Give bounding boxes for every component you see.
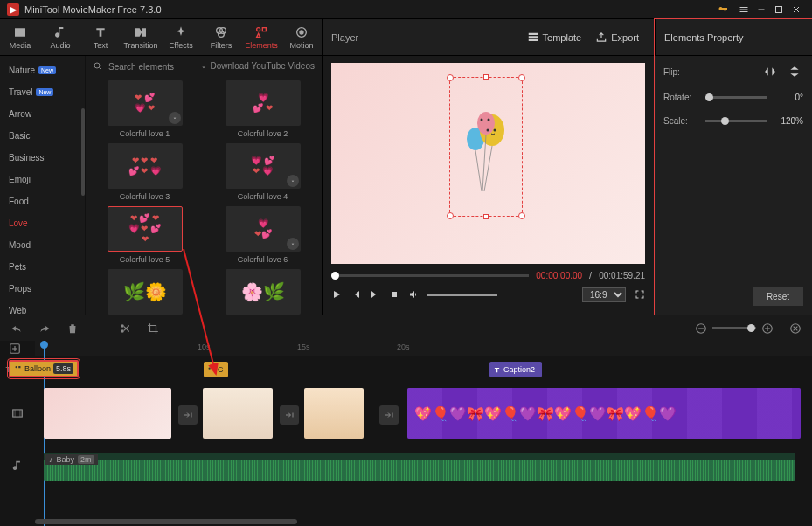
flip-vertical-icon[interactable] bbox=[786, 65, 803, 79]
elements-track[interactable]: Track1 Balloon 5.8s C Caption2 bbox=[0, 356, 812, 383]
timeline-scrollbar[interactable] bbox=[35, 519, 803, 524]
download-icon[interactable] bbox=[169, 112, 181, 124]
highlight-overlay bbox=[654, 18, 812, 315]
resize-handle[interactable] bbox=[447, 212, 454, 219]
scale-slider[interactable] bbox=[705, 120, 767, 122]
element-card[interactable]: 💗💕 ❤Colorful love 2 bbox=[212, 80, 313, 138]
resize-handle[interactable] bbox=[447, 74, 454, 81]
crop-icon[interactable] bbox=[147, 322, 159, 335]
element-card[interactable]: 💗❤💕Colorful love 6 bbox=[212, 206, 313, 264]
volume-icon[interactable] bbox=[408, 289, 419, 300]
stop-icon[interactable] bbox=[389, 289, 399, 300]
scrub-bar[interactable] bbox=[331, 274, 529, 277]
svg-point-10 bbox=[300, 31, 303, 34]
flip-horizontal-icon[interactable] bbox=[761, 65, 779, 79]
zoom-in-icon[interactable] bbox=[761, 322, 774, 335]
elements-property-title: Elements Property bbox=[664, 32, 743, 43]
play-icon[interactable] bbox=[331, 289, 342, 300]
category-item[interactable]: Basic bbox=[0, 125, 85, 147]
element-card[interactable]: 🌸🌿 bbox=[212, 269, 313, 318]
fit-icon[interactable] bbox=[789, 322, 802, 335]
key-icon[interactable] bbox=[714, 1, 732, 18]
undo-icon[interactable] bbox=[10, 322, 23, 335]
reset-button[interactable]: Reset bbox=[753, 287, 803, 306]
video-track[interactable]: 💖🎈💜🎀💖🎈💜🎀💖🎈💜🎀💖🎈💜 bbox=[0, 383, 812, 444]
preview-canvas[interactable] bbox=[331, 63, 645, 264]
tab-media[interactable]: Media bbox=[0, 19, 40, 55]
category-item[interactable]: Arrow bbox=[0, 103, 85, 125]
template-button[interactable]: Template bbox=[520, 31, 589, 44]
element-name: Colorful love 1 bbox=[120, 129, 170, 138]
search-input[interactable]: Search elements bbox=[108, 62, 174, 72]
resize-handle[interactable] bbox=[518, 212, 525, 219]
export-button[interactable]: Export bbox=[588, 31, 646, 44]
maximize-icon[interactable] bbox=[770, 1, 788, 18]
category-item[interactable]: Mood bbox=[0, 234, 85, 256]
category-item[interactable]: Props bbox=[0, 278, 85, 300]
zoom-slider[interactable] bbox=[712, 327, 756, 329]
element-card[interactable]: ❤ ❤ ❤💕 ❤ 💗Colorful love 3 bbox=[94, 143, 195, 201]
fullscreen-icon[interactable] bbox=[635, 289, 645, 300]
add-track-icon[interactable] bbox=[9, 343, 21, 356]
zoom-out-icon[interactable] bbox=[695, 322, 707, 335]
element-name: Colorful love 6 bbox=[238, 255, 288, 264]
resize-handle[interactable] bbox=[483, 74, 489, 80]
video-clip[interactable] bbox=[44, 388, 171, 439]
category-item[interactable]: TravelNew bbox=[0, 81, 85, 103]
svg-point-32 bbox=[15, 366, 17, 368]
selection-box[interactable] bbox=[449, 77, 523, 217]
category-item[interactable]: Pets bbox=[0, 256, 85, 278]
minimize-icon[interactable] bbox=[753, 1, 770, 18]
tab-effects[interactable]: Effects bbox=[161, 19, 201, 55]
cut-icon[interactable] bbox=[119, 322, 131, 335]
close-icon[interactable] bbox=[788, 1, 805, 18]
resize-handle[interactable] bbox=[483, 214, 489, 219]
audio-settings-icon[interactable] bbox=[667, 322, 679, 335]
download-youtube-link[interactable]: Download YouTube Videos bbox=[199, 61, 315, 71]
resize-handle[interactable] bbox=[518, 74, 525, 81]
category-item[interactable]: Food bbox=[0, 190, 85, 212]
element-card[interactable]: 🌿🌼 bbox=[94, 269, 195, 318]
download-icon[interactable] bbox=[287, 238, 299, 250]
category-item[interactable]: NatureNew bbox=[0, 59, 85, 81]
video-clip[interactable] bbox=[304, 388, 364, 439]
element-card[interactable]: ❤ 💕💗 ❤Colorful love 1 bbox=[94, 80, 195, 138]
rotate-label: Rotate: bbox=[663, 93, 698, 102]
audio-track[interactable]: ♪Baby2m bbox=[0, 444, 812, 488]
sidebar-scrollbar[interactable] bbox=[81, 108, 85, 196]
scrub-knob[interactable] bbox=[331, 272, 339, 280]
category-item[interactable]: Web bbox=[0, 300, 85, 315]
tab-elements[interactable]: Elements bbox=[241, 19, 281, 55]
element-card[interactable]: ❤ 💕 ❤💗 ❤ 💕❤Colorful love 5 bbox=[94, 206, 195, 264]
video-clip[interactable]: 💖🎈💜🎀💖🎈💜🎀💖🎈💜🎀💖🎈💜 bbox=[407, 388, 801, 439]
redo-icon[interactable] bbox=[38, 322, 51, 335]
tab-transition[interactable]: Transition bbox=[121, 19, 161, 55]
category-item[interactable]: Love bbox=[0, 212, 85, 234]
prev-frame-icon[interactable] bbox=[350, 289, 361, 300]
tab-text[interactable]: Text bbox=[80, 19, 121, 55]
transition-button[interactable] bbox=[379, 405, 399, 425]
transition-button[interactable] bbox=[280, 405, 299, 425]
aspect-select[interactable]: 16:9 bbox=[582, 287, 626, 302]
video-clip[interactable] bbox=[203, 388, 273, 439]
download-icon[interactable] bbox=[287, 175, 299, 187]
category-item[interactable]: Business bbox=[0, 147, 85, 169]
element-clip-2[interactable]: C bbox=[204, 362, 228, 377]
delete-icon[interactable] bbox=[66, 322, 79, 335]
audio-clip[interactable]: ♪Baby2m bbox=[44, 453, 795, 481]
timeline-ruler[interactable]: 10s 15s 20s bbox=[35, 341, 812, 356]
rotate-slider[interactable] bbox=[705, 96, 767, 99]
tab-audio[interactable]: Audio bbox=[40, 19, 80, 55]
menu-icon[interactable] bbox=[735, 1, 753, 18]
element-card[interactable]: 💗 💕❤ 💗Colorful love 4 bbox=[212, 143, 313, 201]
tab-motion[interactable]: Motion bbox=[281, 19, 322, 55]
category-item[interactable]: Emoji bbox=[0, 169, 85, 190]
balloon-clip[interactable]: Balloon 5.8s bbox=[9, 360, 79, 377]
volume-slider[interactable] bbox=[427, 294, 497, 296]
svg-point-19 bbox=[494, 129, 496, 132]
svg-point-21 bbox=[121, 329, 124, 333]
transition-button[interactable] bbox=[178, 405, 198, 425]
caption-clip[interactable]: Caption2 bbox=[489, 362, 542, 377]
tab-filters[interactable]: Filters bbox=[201, 19, 241, 55]
next-frame-icon[interactable] bbox=[370, 289, 380, 300]
